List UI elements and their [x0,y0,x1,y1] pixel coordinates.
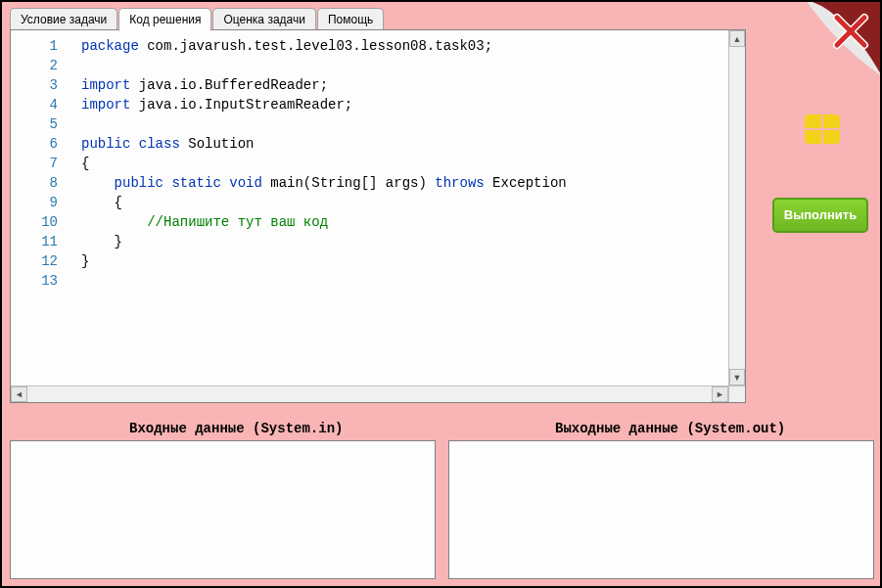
line-number: 7 [11,154,58,173]
code-line[interactable]: package com.javarush.test.level03.lesson… [81,36,729,56]
tab-label: Условие задачи [21,13,107,26]
code-line[interactable] [81,114,729,134]
line-number: 5 [11,114,58,134]
output-panel [448,440,874,579]
tab-help[interactable]: Помощь [317,8,384,30]
grid-icon[interactable] [805,114,840,144]
line-number: 4 [11,95,58,114]
code-line[interactable]: } [81,251,729,271]
tab-task-condition[interactable]: Условие задачи [10,8,117,30]
line-number: 12 [11,251,58,271]
line-number: 11 [11,232,58,251]
tab-label: Оценка задачи [223,13,304,26]
code-line[interactable]: public class Solution [81,134,729,154]
horizontal-scrollbar[interactable]: ◄ ► [11,385,728,402]
line-number: 3 [11,75,58,95]
code-editor[interactable]: 12345678910111213 package com.javarush.t… [10,29,746,403]
run-button[interactable]: Выполнить [772,198,868,233]
tab-label: Помощь [328,13,373,26]
output-panel-label: Выходные данные (System.out) [555,421,785,436]
line-number: 9 [11,193,58,212]
scrollbar-corner [728,385,745,402]
line-number: 13 [11,271,58,291]
code-editor-viewport[interactable]: 12345678910111213 package com.javarush.t… [11,30,729,386]
code-line[interactable]: import java.io.BufferedReader; [81,75,729,95]
run-button-label: Выполнить [784,207,857,222]
code-line[interactable]: import java.io.InputStreamReader; [81,95,729,114]
line-number: 10 [11,212,58,232]
line-number: 6 [11,134,58,154]
code-line[interactable]: { [81,154,729,173]
close-icon [829,10,872,53]
close-button[interactable] [829,10,872,53]
code-line[interactable]: public static void main(String[] args) t… [81,173,729,193]
scroll-down-icon[interactable]: ▼ [729,369,745,385]
code-line[interactable]: { [81,193,729,212]
tab-label: Код решения [129,13,201,26]
input-panel-label: Входные данные (System.in) [129,421,343,436]
vertical-scrollbar[interactable]: ▲ ▼ [728,30,745,385]
tab-solution-code[interactable]: Код решения [118,8,211,31]
line-number: 2 [11,56,58,75]
scroll-up-icon[interactable]: ▲ [729,30,745,47]
code-content[interactable]: package com.javarush.test.level03.lesson… [66,30,729,296]
scroll-left-icon[interactable]: ◄ [11,386,27,402]
code-line[interactable] [81,56,729,75]
line-number: 8 [11,173,58,193]
scroll-right-icon[interactable]: ► [712,386,728,402]
line-number: 1 [11,36,58,56]
tab-task-rating[interactable]: Оценка задачи [212,8,315,30]
input-panel[interactable] [10,440,436,579]
code-line[interactable] [81,271,729,291]
code-line[interactable]: } [81,232,729,251]
code-line[interactable]: //Напишите тут ваш код [81,212,729,232]
line-number-gutter: 12345678910111213 [11,30,66,296]
tab-bar: Условие задачи Код решения Оценка задачи… [10,8,385,30]
